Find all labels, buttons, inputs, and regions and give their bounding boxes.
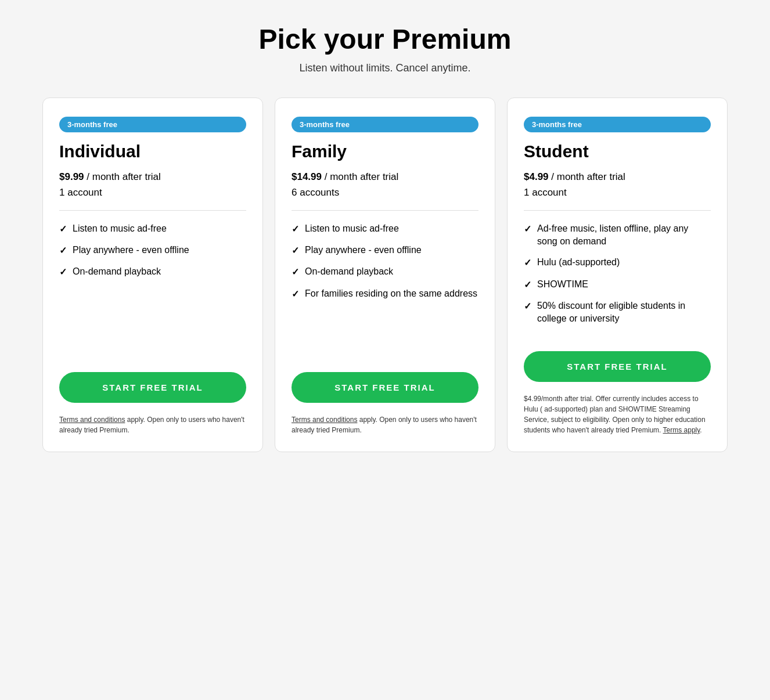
feature-item: ✓Play anywhere - even offline (292, 244, 478, 257)
student-terms-link[interactable]: Terms apply (663, 426, 700, 434)
feature-item: ✓Listen to music ad-free (292, 222, 478, 236)
student-divider (524, 210, 711, 211)
family-fine-print: Terms and conditions apply. Open only to… (292, 414, 478, 435)
student-features: ✓Ad-free music, listen offline, play any… (524, 222, 711, 351)
feature-text: Play anywhere - even offline (73, 244, 189, 257)
individual-accounts: 1 account (59, 187, 246, 199)
individual-badge: 3-months free (59, 117, 246, 132)
feature-item: ✓Ad-free music, listen offline, play any… (524, 222, 711, 248)
family-features: ✓Listen to music ad-free✓Play anywhere -… (292, 222, 478, 327)
student-cta-button[interactable]: START FREE TRIAL (524, 351, 711, 382)
feature-text: 50% discount for eligible students in co… (537, 300, 711, 326)
individual-name: Individual (59, 142, 246, 161)
plan-card-student: 3-months freeStudent$4.99 / month after … (507, 98, 728, 452)
check-icon: ✓ (59, 244, 67, 257)
plan-card-individual: 3-months freeIndividual$9.99 / month aft… (42, 98, 263, 452)
plan-card-family: 3-months freeFamily$14.99 / month after … (275, 98, 495, 452)
page-header: Pick your Premium Listen without limits.… (12, 23, 758, 74)
check-icon: ✓ (524, 257, 531, 269)
feature-text: Listen to music ad-free (73, 222, 167, 235)
feature-text: On-demand playback (305, 265, 393, 278)
feature-item: ✓Hulu (ad-supported) (524, 256, 711, 269)
feature-item: ✓Play anywhere - even offline (59, 244, 246, 257)
feature-item: ✓For families residing on the same addre… (292, 287, 478, 301)
check-icon: ✓ (59, 223, 67, 236)
plans-container: 3-months freeIndividual$9.99 / month aft… (13, 98, 757, 452)
individual-features: ✓Listen to music ad-free✓Play anywhere -… (59, 222, 246, 305)
student-badge: 3-months free (524, 117, 711, 132)
feature-item: ✓50% discount for eligible students in c… (524, 300, 711, 326)
individual-price: $9.99 / month after trial (59, 169, 246, 185)
student-accounts: 1 account (524, 187, 711, 199)
individual-terms-link[interactable]: Terms and conditions (59, 416, 125, 424)
family-accounts: 6 accounts (292, 187, 478, 199)
feature-item: ✓SHOWTIME (524, 278, 711, 291)
family-terms-link[interactable]: Terms and conditions (292, 416, 357, 424)
student-fine-print: $4.99/month after trial. Offer currently… (524, 394, 711, 435)
feature-text: On-demand playback (73, 265, 161, 278)
page-title: Pick your Premium (12, 23, 758, 55)
check-icon: ✓ (524, 279, 531, 291)
student-name: Student (524, 142, 711, 161)
check-icon: ✓ (524, 300, 531, 313)
feature-text: Play anywhere - even offline (305, 244, 422, 257)
page-subtitle: Listen without limits. Cancel anytime. (12, 62, 758, 74)
family-badge: 3-months free (292, 117, 478, 132)
feature-text: For families residing on the same addres… (305, 287, 477, 300)
check-icon: ✓ (292, 223, 299, 236)
individual-fine-print: Terms and conditions apply. Open only to… (59, 414, 246, 435)
feature-item: ✓On-demand playback (59, 265, 246, 279)
individual-cta-button[interactable]: START FREE TRIAL (59, 372, 246, 403)
feature-item: ✓On-demand playback (292, 265, 478, 279)
family-name: Family (292, 142, 478, 161)
check-icon: ✓ (59, 266, 67, 279)
check-icon: ✓ (292, 244, 299, 257)
student-price: $4.99 / month after trial (524, 169, 711, 185)
check-icon: ✓ (292, 266, 299, 279)
feature-text: Listen to music ad-free (305, 222, 399, 235)
family-cta-button[interactable]: START FREE TRIAL (292, 372, 478, 403)
feature-text: Hulu (ad-supported) (537, 256, 620, 269)
feature-text: SHOWTIME (537, 278, 588, 291)
family-price: $14.99 / month after trial (292, 169, 478, 185)
family-divider (292, 210, 478, 211)
check-icon: ✓ (524, 223, 531, 236)
check-icon: ✓ (292, 288, 299, 301)
feature-text: Ad-free music, listen offline, play any … (537, 222, 711, 248)
feature-item: ✓Listen to music ad-free (59, 222, 246, 236)
individual-divider (59, 210, 246, 211)
